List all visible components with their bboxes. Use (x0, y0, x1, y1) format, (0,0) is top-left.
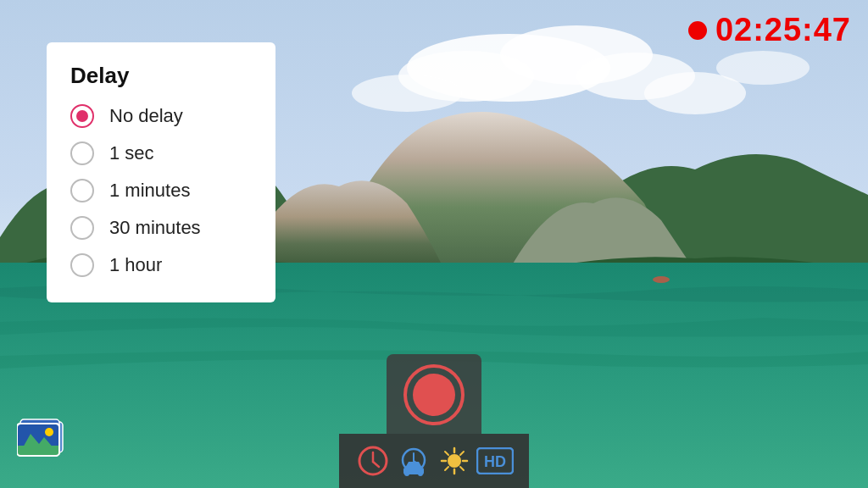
radio-inner-no-delay (76, 110, 88, 122)
svg-point-13 (45, 428, 53, 436)
svg-line-30 (445, 452, 448, 455)
delay-panel: Delay No delay 1 sec 1 minutes 30 minute… (47, 42, 275, 302)
sub-toolbar: HD (339, 434, 529, 488)
delay-option-1sec[interactable]: 1 sec (70, 141, 242, 165)
delay-title: Delay (70, 63, 242, 89)
record-button-inner (413, 374, 455, 416)
radio-1sec[interactable] (70, 141, 94, 165)
hd-icon-button[interactable]: HD (475, 441, 515, 481)
svg-text:HD: HD (484, 453, 506, 470)
bottom-toolbar: HD (339, 354, 529, 488)
delay-label-no-delay: No delay (109, 105, 183, 127)
recording-time: 02:25:47 (715, 12, 851, 48)
svg-point-6 (352, 75, 462, 112)
timer-icon-button[interactable] (393, 441, 434, 481)
delay-label-1hour: 1 hour (109, 254, 162, 276)
clock-icon-button[interactable] (353, 441, 393, 481)
radio-no-delay[interactable] (70, 104, 94, 128)
svg-point-7 (716, 51, 810, 85)
svg-rect-24 (403, 468, 424, 474)
svg-line-31 (460, 467, 464, 470)
svg-line-32 (460, 452, 464, 455)
recording-dot (688, 21, 707, 40)
radio-30min[interactable] (70, 216, 94, 240)
svg-point-25 (448, 454, 461, 468)
delay-label-1min: 1 minutes (109, 180, 190, 202)
gallery-icon[interactable] (17, 415, 70, 463)
svg-line-33 (445, 467, 448, 470)
recording-indicator: 02:25:47 (688, 12, 851, 48)
delay-option-1hour[interactable]: 1 hour (70, 253, 242, 277)
sun-icon-button[interactable] (434, 441, 475, 481)
delay-option-no-delay[interactable]: No delay (70, 104, 242, 128)
radio-1hour[interactable] (70, 253, 94, 277)
record-button[interactable] (403, 364, 465, 425)
svg-line-18 (373, 462, 379, 467)
delay-label-30min: 30 minutes (109, 217, 201, 239)
delay-label-1sec: 1 sec (109, 142, 154, 164)
svg-rect-14 (17, 446, 59, 456)
svg-point-9 (653, 276, 670, 283)
delay-option-1min[interactable]: 1 minutes (70, 179, 242, 202)
record-btn-container (387, 354, 481, 434)
radio-1min[interactable] (70, 179, 94, 202)
delay-option-30min[interactable]: 30 minutes (70, 216, 242, 240)
